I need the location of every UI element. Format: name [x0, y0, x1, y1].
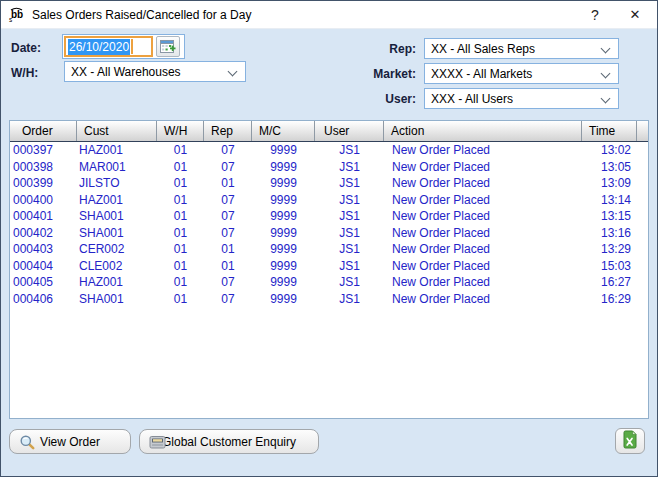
rep-select[interactable]: XX - All Sales Reps	[424, 38, 619, 59]
table-row[interactable]: 000404CLE00201019999JS1New Order Placed1…	[10, 258, 648, 275]
column-header-order[interactable]: Order	[10, 121, 77, 141]
export-to-excel-button[interactable]	[615, 428, 645, 454]
mc-cell: 9999	[252, 274, 315, 291]
time-cell: 15:03	[582, 258, 637, 275]
dialog-window: bb s Sales Orders Raised/Cancelled for a…	[0, 0, 658, 477]
app-logo-icon: bb s	[8, 6, 26, 23]
table-row[interactable]: 000400HAZ00101079999JS1New Order Placed1…	[10, 192, 648, 209]
table-row[interactable]: 000398MAR00101079999JS1New Order Placed1…	[10, 159, 648, 176]
date-label: Date:	[11, 41, 41, 55]
market-label: Market:	[358, 67, 416, 81]
view-order-label: View Order	[40, 435, 100, 449]
table-row[interactable]: 000402SHA00101079999JS1New Order Placed1…	[10, 225, 648, 242]
date-input[interactable]: 26/10/2020	[64, 36, 153, 57]
order-cell: 000405	[10, 274, 77, 291]
rep-cell: 01	[204, 175, 252, 192]
global-customer-enquiry-label: Global Customer Enquiry	[162, 435, 296, 449]
time-cell: 13:05	[582, 159, 637, 176]
row-spacer	[637, 208, 648, 225]
column-header-cust[interactable]: Cust	[77, 121, 157, 141]
mc-cell: 9999	[252, 142, 315, 159]
time-cell: 13:16	[582, 225, 637, 242]
help-button[interactable]: ?	[575, 1, 615, 29]
order-cell: 000406	[10, 291, 77, 308]
user-cell: JS1	[315, 291, 384, 308]
cust-cell: HAZ001	[77, 274, 157, 291]
chevron-down-icon	[601, 94, 611, 104]
view-order-button[interactable]: View Order	[9, 429, 131, 454]
user-select[interactable]: XXX - All Users	[424, 88, 619, 109]
svg-text:bb: bb	[11, 9, 23, 20]
mc-cell: 9999	[252, 159, 315, 176]
cust-cell: CLE002	[77, 258, 157, 275]
cust-cell: SHA001	[77, 208, 157, 225]
order-cell: 000399	[10, 175, 77, 192]
user-cell: JS1	[315, 142, 384, 159]
action-cell: New Order Placed	[384, 159, 582, 176]
time-cell: 16:27	[582, 274, 637, 291]
date-field-wrap: 26/10/2020	[62, 34, 185, 59]
rep-cell: 07	[204, 142, 252, 159]
column-header-wh[interactable]: W/H	[157, 121, 204, 141]
column-header-time[interactable]: Time	[582, 121, 637, 141]
time-cell: 13:14	[582, 192, 637, 209]
action-cell: New Order Placed	[384, 208, 582, 225]
table-body: 000397HAZ00101079999JS1New Order Placed1…	[10, 142, 648, 307]
table-row[interactable]: 000401SHA00101079999JS1New Order Placed1…	[10, 208, 648, 225]
mc-cell: 9999	[252, 192, 315, 209]
rep-cell: 01	[204, 258, 252, 275]
rep-cell: 07	[204, 192, 252, 209]
rep-cell: 07	[204, 291, 252, 308]
table-row[interactable]: 000403CER00201019999JS1New Order Placed1…	[10, 241, 648, 258]
action-cell: New Order Placed	[384, 192, 582, 209]
action-cell: New Order Placed	[384, 241, 582, 258]
row-spacer	[637, 241, 648, 258]
action-cell: New Order Placed	[384, 258, 582, 275]
cust-cell: CER002	[77, 241, 157, 258]
cust-cell: HAZ001	[77, 142, 157, 159]
user-cell: JS1	[315, 225, 384, 242]
table-row[interactable]: 000406SHA00101079999JS1New Order Placed1…	[10, 291, 648, 308]
action-cell: New Order Placed	[384, 291, 582, 308]
wh-cell: 01	[157, 241, 204, 258]
table-row[interactable]: 000397HAZ00101079999JS1New Order Placed1…	[10, 142, 648, 159]
table-row[interactable]: 000399JILSTO01019999JS1New Order Placed1…	[10, 175, 648, 192]
rep-cell: 01	[204, 241, 252, 258]
row-spacer	[637, 291, 648, 308]
row-spacer	[637, 274, 648, 291]
wh-cell: 01	[157, 175, 204, 192]
wh-cell: 01	[157, 142, 204, 159]
chevron-down-icon	[228, 67, 238, 77]
column-header-user[interactable]: User	[315, 121, 384, 141]
rep-cell: 07	[204, 225, 252, 242]
market-value: XXXX - All Markets	[431, 67, 532, 81]
cust-cell: MAR001	[77, 159, 157, 176]
mc-cell: 9999	[252, 258, 315, 275]
user-cell: JS1	[315, 175, 384, 192]
action-cell: New Order Placed	[384, 175, 582, 192]
user-cell: JS1	[315, 258, 384, 275]
table-header: OrderCustW/HRepM/CUserActionTime	[10, 121, 648, 142]
cust-cell: SHA001	[77, 225, 157, 242]
column-header-rep[interactable]: Rep	[204, 121, 252, 141]
warehouse-select[interactable]: XX - All Warehouses	[64, 61, 246, 82]
table-row[interactable]: 000405HAZ00101079999JS1New Order Placed1…	[10, 274, 648, 291]
rep-cell: 07	[204, 208, 252, 225]
wh-cell: 01	[157, 291, 204, 308]
row-spacer	[637, 192, 648, 209]
global-customer-enquiry-button[interactable]: Global Customer Enquiry	[139, 429, 319, 454]
user-cell: JS1	[315, 274, 384, 291]
column-header-action[interactable]: Action	[384, 121, 582, 141]
chevron-down-icon	[601, 44, 611, 54]
rep-value: XX - All Sales Reps	[431, 42, 535, 56]
order-cell: 000400	[10, 192, 77, 209]
close-button[interactable]: ✕	[615, 1, 655, 29]
card-file-icon	[149, 434, 166, 453]
action-cell: New Order Placed	[384, 274, 582, 291]
column-header-mc[interactable]: M/C	[252, 121, 315, 141]
market-select[interactable]: XXXX - All Markets	[424, 63, 619, 84]
orders-table: OrderCustW/HRepM/CUserActionTime 000397H…	[9, 120, 649, 419]
row-spacer	[637, 142, 648, 159]
calendar-button[interactable]	[156, 36, 180, 57]
warehouse-label: W/H:	[11, 66, 38, 80]
